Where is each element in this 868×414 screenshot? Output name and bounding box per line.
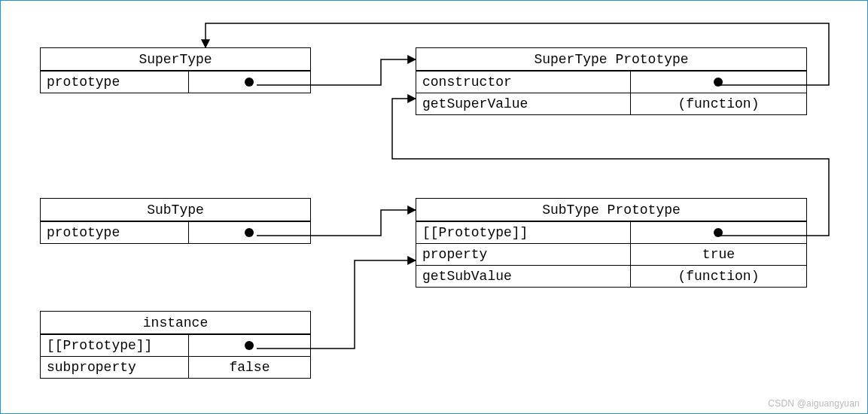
row-value: (function)	[631, 93, 806, 114]
table-row: subproperty false	[41, 356, 310, 378]
row-value	[189, 72, 310, 93]
row-value	[189, 222, 310, 243]
row-label: constructor	[416, 72, 631, 93]
box-title: SubType Prototype	[416, 199, 806, 221]
row-label: subproperty	[41, 357, 189, 378]
box-title: instance	[41, 312, 310, 334]
table-row: [[Prototype]]	[41, 334, 310, 356]
row-label: property	[416, 244, 631, 265]
box-subtype-prototype: SubType Prototype [[Prototype]] property…	[416, 198, 807, 288]
box-title: SuperType Prototype	[416, 48, 806, 71]
row-value: (function)	[631, 266, 806, 287]
row-label: [[Prototype]]	[41, 335, 189, 356]
row-label: getSubValue	[416, 266, 631, 287]
box-title: SuperType	[41, 48, 310, 71]
row-value	[189, 335, 310, 356]
diagram-canvas: SuperType prototype SuperType Prototype …	[0, 0, 868, 414]
box-supertype-prototype: SuperType Prototype constructor getSuper…	[416, 47, 807, 115]
table-row: getSuperValue (function)	[416, 93, 806, 114]
box-title: SubType	[41, 199, 310, 221]
box-supertype: SuperType prototype	[40, 47, 311, 93]
table-row: [[Prototype]]	[416, 221, 806, 243]
row-value	[631, 72, 806, 93]
pointer-dot	[245, 228, 254, 237]
pointer-dot	[245, 78, 254, 87]
row-label: [[Prototype]]	[416, 222, 631, 243]
row-value: true	[631, 244, 806, 265]
box-instance: instance [[Prototype]] subproperty false	[40, 311, 311, 379]
box-subtype: SubType prototype	[40, 198, 311, 244]
row-value: false	[189, 357, 310, 378]
table-row: property true	[416, 243, 806, 265]
pointer-dot	[245, 341, 254, 350]
pointer-dot	[714, 78, 723, 87]
row-label: prototype	[41, 72, 189, 93]
table-row: prototype	[41, 221, 310, 243]
table-row: prototype	[41, 71, 310, 93]
row-label: getSuperValue	[416, 93, 631, 114]
watermark: CSDN @aiguangyuan	[768, 398, 860, 409]
row-label: prototype	[41, 222, 189, 243]
pointer-dot	[714, 228, 723, 237]
table-row: constructor	[416, 71, 806, 93]
table-row: getSubValue (function)	[416, 265, 806, 287]
row-value	[631, 222, 806, 243]
